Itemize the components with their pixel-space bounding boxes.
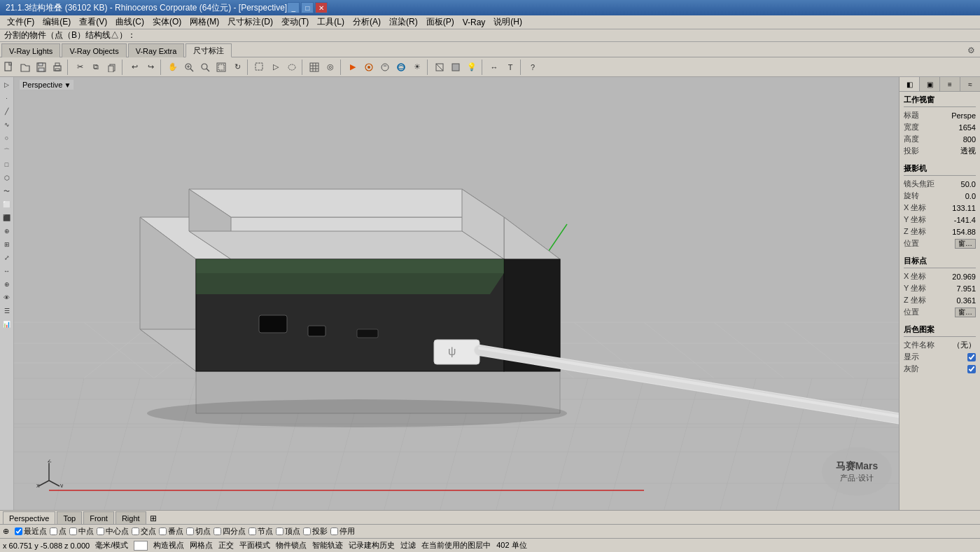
vp-tab-perspective[interactable]: Perspective	[3, 511, 55, 524]
status-planar[interactable]: 平面模式	[239, 540, 270, 551]
tb-new[interactable]	[1, 60, 17, 75]
menu-edit[interactable]: 编辑(E)	[38, 15, 75, 29]
tb-grid[interactable]	[307, 60, 322, 75]
tb-render-preview[interactable]: ▶	[345, 60, 360, 75]
tb-dim[interactable]: ↔	[486, 60, 502, 75]
vp-tab-right[interactable]: Right	[115, 511, 146, 524]
snap-intersect-cb[interactable]	[132, 527, 139, 535]
snap-quad[interactable]: 四分点	[214, 526, 246, 537]
rp-tab-3[interactable]: ≈	[960, 77, 980, 91]
lt-transform[interactable]: ⤢	[1, 251, 13, 264]
tb-osnap[interactable]: ◎	[323, 60, 338, 75]
menu-analyze[interactable]: 分析(A)	[349, 15, 385, 29]
menu-mesh[interactable]: 网格(M)	[186, 15, 223, 29]
rp-bg-gray-checkbox[interactable]	[967, 365, 976, 373]
snap-quad-cb[interactable]	[214, 527, 221, 535]
maximize-button[interactable]: □	[301, 2, 314, 13]
snap-tan-cb[interactable]	[186, 527, 194, 535]
snap-knot-cb[interactable]	[159, 527, 167, 535]
vp-tab-add-icon[interactable]: ⊞	[148, 513, 159, 524]
snap-center-cb[interactable]	[97, 527, 104, 535]
lt-snap[interactable]: ⊕	[1, 278, 13, 291]
rp-tab-1[interactable]: ▣	[920, 77, 940, 91]
rp-bg-show-checkbox[interactable]	[967, 353, 976, 361]
vp-tab-front[interactable]: Front	[83, 511, 114, 524]
vp-tab-top[interactable]: Top	[57, 511, 82, 524]
snap-node-cb[interactable]	[248, 527, 256, 535]
snap-point-cb[interactable]	[50, 527, 57, 535]
menu-tools[interactable]: 工具(L)	[313, 15, 349, 29]
minimize-button[interactable]: _	[287, 2, 300, 13]
tb-pan[interactable]: ✋	[165, 60, 181, 75]
lt-dim[interactable]: ↔	[1, 265, 13, 277]
snap-point[interactable]: 点	[50, 526, 66, 537]
status-smart[interactable]: 智能轨迹	[312, 540, 343, 551]
menu-file[interactable]: 文件(F)	[3, 15, 38, 29]
lt-circle[interactable]: ○	[1, 132, 13, 144]
lt-rect[interactable]: □	[1, 158, 13, 171]
tb-save[interactable]	[34, 60, 49, 75]
tab-vray-lights[interactable]: V-Ray Lights	[1, 43, 60, 57]
lt-mesh[interactable]: ⊞	[1, 238, 13, 251]
rp-tgt-pos-btn[interactable]: 窗…	[955, 308, 976, 317]
snap-vertex-cb[interactable]	[276, 527, 284, 535]
lt-curve[interactable]: ∿	[1, 118, 13, 131]
tab-vray-objects[interactable]: V-Ray Objects	[62, 43, 126, 57]
lt-poly[interactable]: ⬡	[1, 172, 13, 184]
tb-zoom[interactable]	[197, 60, 213, 75]
menu-panel[interactable]: 面板(P)	[422, 15, 458, 29]
menu-render[interactable]: 渲染(R)	[385, 15, 422, 29]
tb-select[interactable]	[252, 60, 267, 75]
lt-line[interactable]: ╱	[1, 105, 13, 118]
lt-boolean[interactable]: ⊕	[1, 225, 13, 237]
tb-rotate[interactable]: ↻	[230, 60, 245, 75]
snap-intersect[interactable]: 交点	[132, 526, 156, 537]
rp-cam-pos-btn[interactable]: 窗…	[955, 239, 976, 249]
tb-print[interactable]	[50, 60, 65, 75]
status-view[interactable]: 构造视点	[153, 540, 184, 551]
tb-light-toggle[interactable]: 💡	[464, 60, 479, 75]
lt-select[interactable]: ▷	[1, 78, 13, 91]
snap-nearest-cb[interactable]	[15, 527, 22, 535]
tb-open[interactable]	[18, 60, 33, 75]
viewport-area[interactable]: ψ Perspective ▼ Z	[14, 77, 899, 510]
tb-shade[interactable]	[448, 60, 463, 75]
snap-center[interactable]: 中心点	[97, 526, 129, 537]
menu-curve[interactable]: 曲线(C)	[111, 15, 148, 29]
rp-tab-2[interactable]: ≡	[940, 77, 960, 91]
tb-point-select[interactable]: ▷	[268, 60, 284, 75]
menu-view[interactable]: 查看(V)	[75, 15, 111, 29]
menu-dim[interactable]: 尺寸标注(D)	[223, 15, 277, 29]
snap-tan[interactable]: 切点	[186, 526, 211, 537]
tb-copy[interactable]: ⧉	[88, 60, 104, 75]
tabbar-settings-icon[interactable]: ⚙	[965, 44, 977, 57]
lt-view[interactable]: 👁	[1, 291, 13, 304]
snap-project-cb[interactable]	[303, 527, 311, 535]
tb-environment[interactable]	[393, 60, 409, 75]
tb-undo[interactable]: ↩	[127, 60, 142, 75]
lt-freeform[interactable]: 〜	[1, 185, 13, 198]
lt-analysis[interactable]: 📊	[1, 318, 13, 331]
tb-zoombox[interactable]	[181, 60, 197, 75]
snap-disable[interactable]: 停用	[330, 526, 355, 537]
snap-nearest[interactable]: 最近点	[15, 526, 47, 537]
menu-transform[interactable]: 变动(T)	[277, 15, 313, 29]
menu-help[interactable]: 说明(H)	[489, 15, 526, 29]
tb-material[interactable]	[377, 60, 393, 75]
tb-zoomall[interactable]	[214, 60, 229, 75]
snap-knot[interactable]: 番点	[159, 526, 183, 537]
menu-vray[interactable]: V-Ray	[458, 17, 490, 28]
snap-disable-cb[interactable]	[330, 527, 338, 535]
status-grid-snap[interactable]: 网格点	[190, 540, 213, 551]
lt-extrude[interactable]: ⬛	[1, 212, 13, 224]
status-osnap[interactable]: 物件锁点	[276, 540, 307, 551]
status-history[interactable]: 记录建构历史	[349, 540, 395, 551]
rp-tab-0[interactable]: ◧	[899, 77, 920, 91]
menu-solid[interactable]: 实体(O)	[148, 15, 186, 29]
tb-text[interactable]: T	[503, 60, 518, 75]
status-filter[interactable]: 过滤	[400, 540, 416, 551]
lt-arc[interactable]: ⌒	[1, 145, 13, 158]
viewport-label[interactable]: Perspective ▼	[20, 80, 74, 90]
lt-surface[interactable]: ⬜	[1, 198, 13, 211]
viewport-dropdown-icon[interactable]: ▼	[64, 81, 71, 89]
